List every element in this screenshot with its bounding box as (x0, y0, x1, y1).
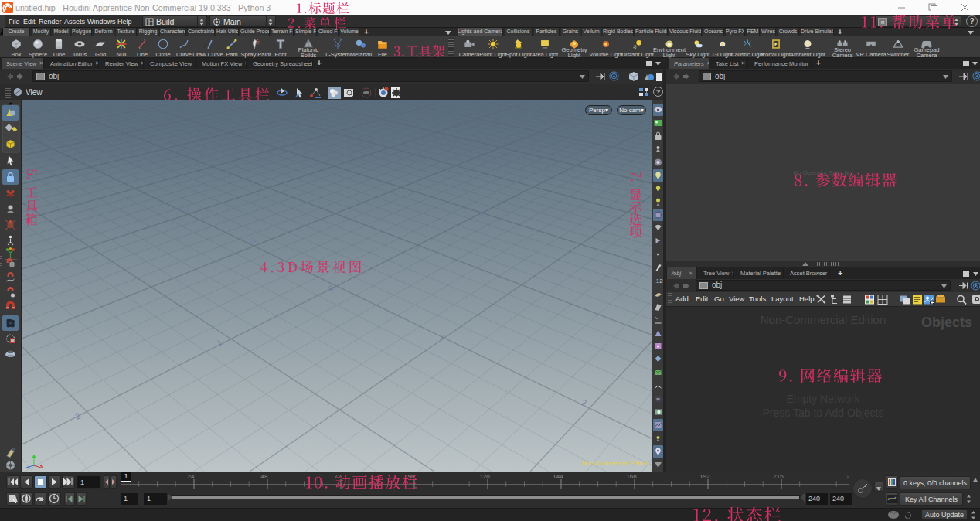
svg-text:24: 24 (188, 473, 195, 480)
svg-text:216: 216 (773, 473, 784, 480)
svg-text:192: 192 (699, 473, 710, 480)
svg-text:2: 2 (580, 397, 588, 407)
svg-text:.12: .12 (655, 278, 664, 284)
svg-text:2: 2 (73, 410, 82, 421)
svg-text:-2: -2 (182, 206, 189, 214)
svg-text:120: 120 (479, 473, 490, 480)
svg-text:48: 48 (261, 473, 268, 480)
svg-text:168: 168 (626, 473, 637, 480)
svg-text:240: 240 (846, 473, 849, 480)
svg-text:144: 144 (553, 473, 563, 480)
svg-text:-1: -1 (412, 244, 420, 254)
svg-text:-1: -1 (249, 235, 257, 244)
